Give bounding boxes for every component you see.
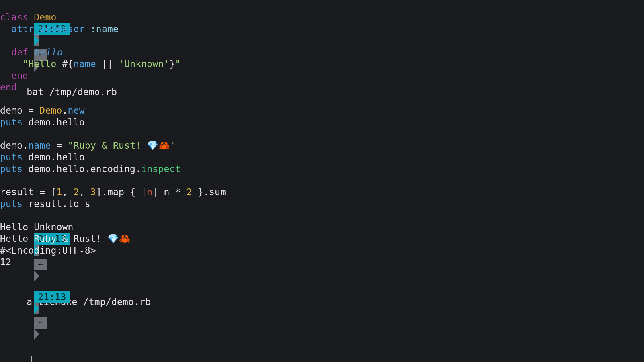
terminal: 21:13 ~ bat /tmp/demo.rb class Demo attr… <box>0 0 644 280</box>
code-line: demo = Demo.new <box>0 105 644 117</box>
prompt-segments: 21:13 ~ <box>0 292 70 354</box>
prompt-arrow-1 <box>34 35 39 46</box>
prompt-arrow-2 <box>34 329 39 340</box>
prompt-arrow-1 <box>34 303 39 314</box>
prompt-arrow-2 <box>34 270 39 282</box>
prompt-line-3[interactable]: 21:13 ~ <box>0 268 644 280</box>
cursor[interactable] <box>23 356 32 362</box>
code-line: class Demo <box>0 12 644 23</box>
code-line: puts demo.hello <box>0 151 644 163</box>
code-line <box>0 35 644 47</box>
prompt-line-1[interactable]: 21:13 ~ bat /tmp/demo.rb <box>0 0 644 12</box>
output-line: 12 <box>0 256 644 268</box>
prompt-line-2[interactable]: 21:13 ~ artichoke /tmp/demo.rb <box>0 210 644 221</box>
output-line: Hello Unknown <box>0 221 644 233</box>
prompt-time: 21:13 <box>34 291 69 303</box>
code-line <box>0 175 644 186</box>
prompt-dir: ~ <box>34 259 47 270</box>
code-line: result = [1, 2, 3].map { |n| n * 2 }.sum <box>0 186 644 198</box>
command-text: bat /tmp/demo.rb <box>23 87 117 97</box>
cursor-icon <box>27 356 32 362</box>
code-line: puts demo.hello.encoding.inspect <box>0 163 644 175</box>
code-line: puts result.to_s <box>0 198 644 210</box>
code-line: "Hello #{name || 'Unknown'}" <box>0 58 644 70</box>
prompt-dir: ~ <box>34 317 47 329</box>
code-line <box>0 128 644 140</box>
output-line: #<Encoding:UTF-8> <box>0 245 644 256</box>
code-line: end <box>0 70 644 82</box>
code-line: def hello <box>0 47 644 58</box>
code-line: attr_accessor :name <box>0 23 644 35</box>
code-line: puts demo.hello <box>0 117 644 128</box>
output-line: Hello Ruby & Rust! 💎🦀 <box>0 233 644 245</box>
code-line: demo.name = "Ruby & Rust! 💎🦀" <box>0 140 644 151</box>
